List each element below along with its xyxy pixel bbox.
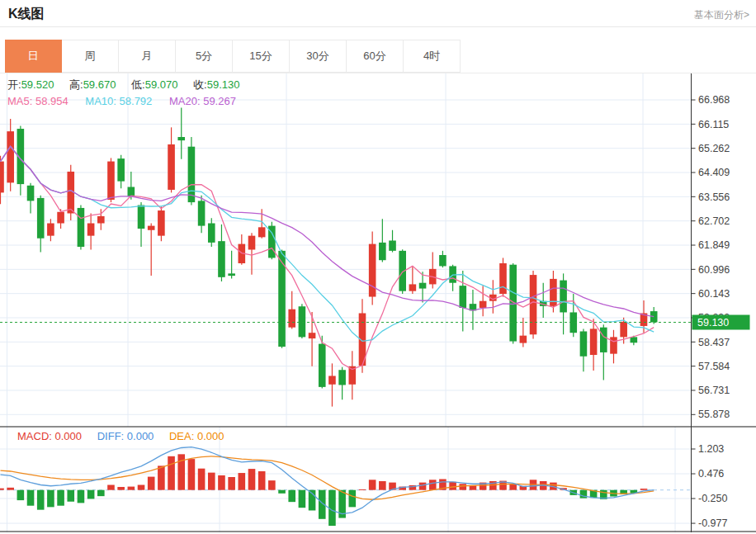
candles: [0, 108, 657, 407]
macd-bar: [419, 483, 427, 490]
macd-bar: [47, 490, 54, 508]
y-axis-tick-label: 63.556: [698, 191, 730, 203]
y-axis-tick-label: 1.203: [698, 443, 724, 455]
candle: [459, 286, 466, 308]
candle: [309, 333, 316, 338]
candle: [631, 337, 638, 343]
candle: [409, 284, 417, 291]
tab-30min[interactable]: 30分: [290, 40, 347, 72]
candle: [389, 240, 396, 250]
candle: [319, 344, 326, 387]
candle: [47, 224, 54, 236]
price-badge: 59.130: [692, 314, 750, 329]
header-divider: [0, 26, 756, 27]
macd-bar: [138, 485, 145, 490]
macd-bar: [17, 490, 25, 500]
ma10-value: MA10: 58.792: [85, 95, 152, 107]
candle: [27, 186, 35, 201]
candle: [299, 306, 306, 337]
macd-bar: [7, 488, 14, 490]
macd-bar: [0, 489, 4, 490]
y-axis-tick-label: 57.584: [698, 361, 730, 372]
high-label: 高:: [69, 78, 83, 91]
low-value: 59.070: [145, 78, 178, 91]
candle: [620, 322, 627, 338]
macd-bar: [248, 469, 256, 490]
candle: [248, 236, 256, 250]
ohlc-legend: 开:59.520 高:59.670 低:59.070 收:59.130: [7, 78, 252, 92]
fundamental-analysis-link[interactable]: 基本面分析>: [694, 8, 749, 22]
y-axis-tick-label: 62.702: [698, 215, 730, 227]
tab-week[interactable]: 周: [62, 40, 119, 72]
macd-bar: [208, 473, 215, 490]
tab-4hour[interactable]: 4时: [404, 40, 461, 72]
macd-bar: [168, 456, 175, 490]
candle: [37, 198, 45, 239]
candle: [419, 283, 427, 289]
candle: [97, 216, 105, 224]
candle: [499, 263, 507, 294]
close-value: 59.130: [207, 78, 240, 91]
y-axis-tick-label: 65.262: [698, 143, 730, 154]
candle: [439, 255, 447, 266]
y-axis-tick-label: 66.115: [698, 119, 729, 130]
macd-bar: [278, 490, 286, 494]
candle: [107, 162, 115, 200]
macd-bar: [148, 477, 155, 490]
candle: [560, 281, 567, 313]
tab-15min[interactable]: 15分: [233, 40, 290, 72]
macd-bar: [459, 484, 466, 489]
candle: [338, 370, 346, 385]
ma10-line: [1, 146, 654, 341]
candle: [78, 208, 85, 247]
macd-legend: MACD: 0.000 DIFF: 0.000 DEA: 0.000: [17, 430, 224, 442]
candle: [0, 162, 4, 193]
kline-chart-svg[interactable]: 66.96866.11565.26264.40963.55662.70261.8…: [0, 73, 756, 532]
macd-bar: [97, 490, 105, 496]
candle: [168, 144, 175, 190]
macd-bar: [78, 490, 85, 503]
candle: [328, 376, 336, 384]
macd-bar: [228, 477, 235, 490]
tab-day[interactable]: 日: [5, 40, 62, 73]
candle: [530, 275, 537, 334]
gridlines: [0, 73, 692, 532]
macd-bar: [117, 487, 125, 490]
candle: [117, 158, 125, 182]
candle: [228, 273, 235, 276]
macd-bar: [288, 490, 295, 502]
ma5-line: [1, 146, 654, 369]
ma5-value: MA5: 58.954: [7, 95, 69, 107]
candle: [87, 224, 95, 236]
tab-5min[interactable]: 5分: [176, 40, 233, 72]
candle: [128, 187, 135, 197]
macd-bar: [328, 490, 336, 526]
candle: [158, 210, 165, 236]
macd-bar: [218, 475, 225, 490]
period-tabs: 日周月5分15分30分60分4时: [5, 40, 461, 73]
candle: [218, 241, 225, 277]
macd-bar: [188, 459, 196, 490]
y-axis-tick-label: 60.143: [698, 288, 730, 300]
tab-month[interactable]: 月: [119, 40, 176, 72]
y-axis-tick-label: 60.996: [698, 264, 730, 276]
page-title: K线图: [8, 6, 45, 23]
macd-bar: [198, 469, 206, 490]
macd-bar: [429, 480, 437, 489]
candle: [650, 311, 658, 322]
macd-value: MACD: 0.000: [17, 430, 82, 442]
candle: [520, 336, 527, 343]
candle: [610, 337, 617, 353]
svg-text:59.130: 59.130: [697, 317, 729, 328]
macd-bar: [107, 485, 115, 490]
y-axis-tick-label: -0.977: [698, 517, 727, 529]
candle: [288, 310, 295, 328]
tab-60min[interactable]: 60分: [347, 40, 404, 72]
kline-chart[interactable]: 66.96866.11565.26264.40963.55662.70261.8…: [0, 73, 756, 532]
y-axis-tick-label: 58.437: [698, 337, 730, 348]
macd-bar: [239, 473, 246, 490]
macd-bar: [27, 490, 35, 506]
y-axis-tick-label: 55.878: [698, 409, 730, 420]
open-label: 开:: [7, 78, 21, 91]
y-axis-tick-label: 61.849: [698, 239, 730, 251]
